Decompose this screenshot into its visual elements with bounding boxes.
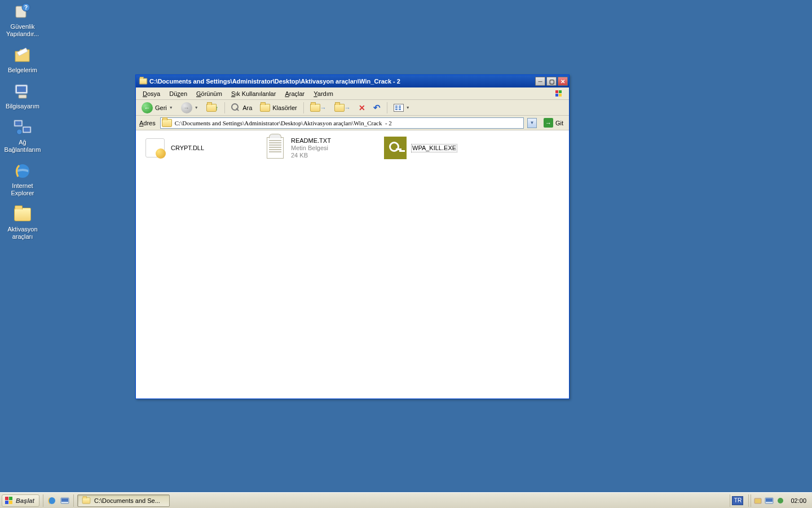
back-arrow-icon: ← — [142, 102, 153, 113]
views-button[interactable]: ▼ — [390, 102, 413, 114]
svg-rect-19 — [9, 501, 12, 504]
ie-icon — [13, 161, 32, 181]
file-list[interactable]: CRYPT.DLL README.TXT Metin Belgesi 24 KB… — [136, 130, 569, 398]
svg-rect-7 — [15, 121, 21, 126]
svg-rect-9 — [24, 128, 30, 132]
chevron-down-icon: ▼ — [406, 106, 410, 110]
exe-icon — [384, 137, 407, 159]
tray-icon-2[interactable] — [765, 496, 774, 505]
menu-favorites[interactable]: Sık Kullanılanlar — [227, 89, 281, 98]
desktop-icon-label: Internet Explorer — [1, 182, 44, 197]
minimize-button[interactable]: ─ — [535, 77, 545, 86]
file-name: CRYPT.DLL — [171, 144, 204, 152]
delete-button[interactable]: ✕ — [355, 102, 369, 114]
menu-tools[interactable]: Araçlar — [280, 89, 309, 98]
undo-button[interactable]: ↶ — [370, 102, 384, 114]
system-tray: TR 02:00 — [728, 493, 812, 508]
address-label: Adres — [138, 120, 157, 126]
svg-rect-23 — [754, 498, 761, 503]
search-button[interactable]: Ara — [228, 102, 255, 114]
file-item-dll[interactable]: CRYPT.DLL — [143, 135, 258, 160]
search-icon — [231, 103, 240, 112]
maximize-button[interactable]: ▢ — [546, 77, 557, 86]
svg-rect-15 — [559, 94, 562, 97]
go-button[interactable]: → Git — [540, 117, 567, 129]
move-to-button[interactable]: → — [307, 102, 330, 114]
menu-edit[interactable]: Düzen — [165, 89, 192, 98]
folders-button[interactable]: Klasörler — [257, 102, 300, 114]
window-title: C:\Documents and Settings\Administrator\… — [149, 78, 400, 85]
close-button[interactable]: ✕ — [558, 77, 568, 86]
svg-rect-5 — [19, 95, 27, 98]
menu-file[interactable]: Dosya — [138, 89, 165, 98]
chevron-down-icon: ▼ — [195, 106, 198, 110]
up-folder-icon — [206, 104, 217, 112]
desktop-icon-network[interactable]: Ağ Bağlantılarım — [1, 118, 44, 154]
svg-rect-18 — [5, 501, 8, 504]
svg-point-26 — [778, 498, 783, 503]
quick-launch-desktop[interactable] — [59, 495, 70, 506]
address-dropdown[interactable]: ▼ — [527, 118, 537, 128]
desktop-icon-security[interactable]: ? Güvenlik Yapılandır... — [1, 2, 44, 38]
security-config-icon: ? — [13, 2, 32, 21]
language-indicator[interactable]: TR — [732, 496, 743, 505]
file-name: WPA_KILL.EXE — [411, 144, 457, 152]
menu-view[interactable]: Görünüm — [192, 89, 227, 98]
taskbar-item-explorer[interactable]: C:\Documents and Se... — [77, 494, 170, 507]
desktop-icon-label: Ağ Bağlantılarım — [1, 139, 44, 154]
copy-to-icon — [334, 104, 345, 112]
svg-rect-22 — [61, 498, 68, 502]
file-item-exe[interactable]: WPA_KILL.EXE — [383, 135, 498, 160]
desktop-icon-documents[interactable]: Belgelerim — [1, 46, 44, 74]
address-field[interactable] — [160, 117, 524, 129]
dll-icon — [144, 137, 166, 159]
menu-help[interactable]: Yardım — [309, 89, 338, 98]
svg-rect-25 — [766, 498, 773, 502]
file-name: README.TXT — [291, 137, 331, 144]
desktop-icon-computer[interactable]: Bilgisayarım — [1, 82, 44, 110]
up-button[interactable]: ↑ — [203, 102, 222, 114]
back-button[interactable]: ←Geri▼ — [138, 102, 176, 114]
svg-rect-16 — [5, 497, 8, 500]
folder-open-icon — [82, 497, 90, 503]
svg-rect-14 — [555, 94, 558, 97]
desktop-icon-label: Belgelerim — [8, 67, 37, 74]
key-icon — [389, 142, 401, 154]
network-icon — [13, 118, 32, 137]
forward-button[interactable]: →▼ — [178, 102, 202, 114]
file-item-txt[interactable]: README.TXT Metin Belgesi 24 KB — [263, 135, 378, 160]
desktop-icons: ? Güvenlik Yapılandır... Belgelerim Bilg… — [1, 2, 44, 240]
desktop-icon-label: Güvenlik Yapılandır... — [1, 23, 44, 38]
copy-to-button[interactable]: → — [331, 102, 354, 114]
windows-logo-icon — [5, 496, 14, 505]
clock[interactable]: 02:00 — [787, 497, 812, 504]
address-input[interactable] — [175, 120, 522, 126]
my-documents-icon — [13, 46, 32, 65]
desktop-icon-label: Aktivasyon araçları — [1, 226, 44, 240]
folder-open-icon — [162, 119, 172, 127]
delete-icon: ✕ — [359, 103, 365, 112]
svg-rect-12 — [555, 90, 558, 93]
undo-icon: ↶ — [373, 103, 381, 113]
svg-text:?: ? — [24, 5, 28, 11]
views-icon — [394, 104, 404, 112]
svg-rect-17 — [9, 497, 12, 500]
taskbar: Başlat C:\Documents and Se... TR 02:00 — [0, 492, 812, 508]
move-to-icon — [310, 104, 320, 112]
start-button[interactable]: Başlat — [2, 494, 39, 507]
explorer-window: C:\Documents and Settings\Administrator\… — [135, 75, 570, 399]
desktop-icon-folder[interactable]: Aktivasyon araçları — [1, 205, 44, 240]
quick-launch-ie[interactable] — [46, 495, 58, 506]
folder-icon — [13, 205, 32, 224]
toolbar: ←Geri▼ →▼ ↑ Ara Klasörler → → ✕ ↶ ▼ — [136, 100, 569, 116]
windows-flag-icon — [554, 89, 567, 98]
menubar: Dosya Düzen Görünüm Sık Kullanılanlar Ar… — [136, 87, 569, 100]
desktop-icon-ie[interactable]: Internet Explorer — [1, 161, 44, 197]
forward-arrow-icon: → — [181, 102, 192, 113]
titlebar[interactable]: C:\Documents and Settings\Administrator\… — [136, 75, 569, 87]
svg-point-10 — [17, 129, 22, 134]
quick-launch — [45, 495, 72, 506]
tray-icon-1[interactable] — [753, 496, 762, 505]
svg-rect-13 — [559, 90, 562, 93]
tray-icon-3[interactable] — [776, 496, 785, 505]
